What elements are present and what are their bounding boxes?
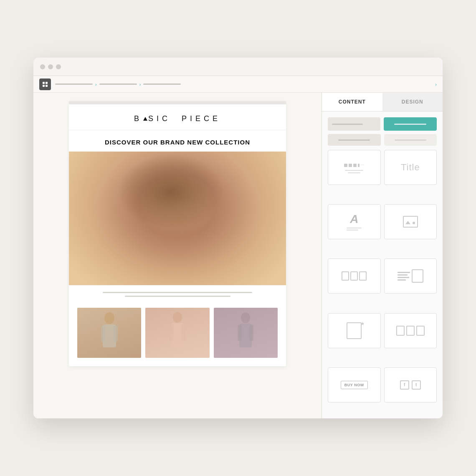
- brand-icon: [143, 117, 147, 121]
- svg-point-8: [173, 312, 182, 323]
- gallery-preview: [342, 271, 367, 281]
- prod-2: [406, 326, 415, 336]
- block-image[interactable]: [384, 204, 437, 239]
- browser-content: BSIC PIECE DISCOVER OUR BRAND NEW COLLEC…: [33, 93, 443, 418]
- text-image-img: [412, 269, 423, 283]
- product-thumb-3: [214, 308, 278, 358]
- email-logo-area: BSIC PIECE: [69, 104, 286, 130]
- prod-1: [396, 326, 405, 336]
- svg-point-4: [104, 312, 114, 324]
- svg-rect-15: [249, 325, 253, 341]
- svg-point-12: [241, 312, 250, 323]
- social-icons-preview: f t: [400, 380, 421, 390]
- svg-rect-14: [238, 325, 242, 341]
- browser-titlebar: [33, 58, 443, 76]
- block-text-image[interactable]: [384, 258, 437, 294]
- image-icon: [403, 216, 418, 228]
- panel-filter-row: [322, 134, 443, 150]
- svg-rect-7: [114, 326, 118, 342]
- text-lines-small: [398, 272, 410, 281]
- text-line-1: [103, 292, 253, 293]
- email-top-bar: [69, 101, 286, 104]
- divider-icon: ···: [344, 162, 365, 173]
- product-thumb-1: [77, 308, 141, 358]
- block-gallery[interactable]: [328, 258, 381, 294]
- email-headline-area: DISCOVER OUR BRAND NEW COLLECTION: [69, 130, 286, 152]
- block-products[interactable]: [384, 313, 437, 348]
- email-products-row: [69, 304, 286, 366]
- featured-img: [347, 322, 362, 339]
- maximize-dot[interactable]: [56, 64, 61, 69]
- toolbar-right-arrow: ›: [435, 82, 437, 87]
- gallery-img-1: [342, 271, 349, 281]
- buy-now-preview: BUY NOW: [341, 381, 368, 389]
- breadcrumb-1: [55, 84, 93, 85]
- svg-rect-6: [101, 326, 105, 342]
- products-icon: [396, 326, 425, 336]
- svg-rect-11: [181, 324, 185, 341]
- svg-rect-0: [43, 82, 45, 84]
- gallery-img-2: [350, 271, 358, 281]
- facebook-icon: f: [400, 380, 409, 390]
- text-line-2: [125, 296, 230, 297]
- product-figure-2: [145, 308, 209, 358]
- brand-name: BSIC PIECE: [81, 114, 273, 123]
- buy-now-icon: BUY NOW: [341, 381, 368, 389]
- social-icon: f t: [400, 380, 421, 390]
- block-social[interactable]: f t: [384, 367, 437, 403]
- block-featured[interactable]: ★: [328, 313, 381, 348]
- block-title[interactable]: Title: [384, 150, 437, 185]
- panel-search-row: [322, 111, 443, 134]
- window-controls: [40, 64, 61, 69]
- title-icon: Title: [401, 162, 420, 173]
- product-thumb-2: [145, 308, 209, 358]
- text-image-icon: [398, 269, 423, 283]
- app-logo[interactable]: [39, 78, 51, 90]
- add-block-button[interactable]: [384, 117, 437, 131]
- title-text-preview: Title: [401, 162, 420, 173]
- filter-line-2: [395, 139, 426, 141]
- nav-arrow-1: ›: [95, 82, 97, 87]
- text-icon: A: [347, 213, 362, 230]
- text-image-preview: [398, 269, 423, 283]
- product-figure-3: [214, 308, 278, 358]
- browser-toolbar: › › ›: [33, 76, 443, 93]
- breadcrumb-nav: › ›: [55, 82, 426, 87]
- svg-rect-3: [46, 85, 48, 87]
- email-hero-image: [69, 152, 286, 285]
- filter-recent[interactable]: [384, 134, 437, 146]
- close-dot[interactable]: [40, 64, 45, 69]
- svg-rect-2: [43, 85, 45, 87]
- product-figure-1: [77, 308, 141, 358]
- search-line: [332, 124, 363, 125]
- star-icon: ★: [360, 321, 365, 327]
- filter-all[interactable]: [328, 134, 381, 146]
- nav-arrow-2: ›: [139, 82, 141, 87]
- block-divider[interactable]: ···: [328, 150, 381, 185]
- svg-rect-1: [46, 82, 48, 84]
- email-headline: DISCOVER OUR BRAND NEW COLLECTION: [81, 139, 273, 146]
- hero-face-overlay: [69, 152, 286, 285]
- panel-tabs: CONTENT DESIGN: [322, 93, 443, 111]
- svg-rect-10: [170, 324, 174, 341]
- add-button-line: [394, 124, 426, 125]
- featured-icon: ★: [347, 322, 362, 339]
- content-panel: CONTENT DESIGN: [322, 93, 443, 418]
- gallery-img-3: [359, 271, 367, 281]
- gallery-icon: [342, 271, 367, 281]
- browser-window: › › › BSIC PIECE: [33, 58, 443, 418]
- search-bar[interactable]: [328, 117, 380, 131]
- products-preview: [396, 326, 425, 336]
- block-buy-now[interactable]: BUY NOW: [328, 367, 381, 403]
- prod-3: [416, 326, 425, 336]
- hero-person-image: [69, 152, 286, 285]
- text-a-preview: A: [350, 213, 358, 225]
- tab-design[interactable]: DESIGN: [382, 93, 443, 111]
- email-preview-panel: BSIC PIECE DISCOVER OUR BRAND NEW COLLEC…: [33, 93, 322, 418]
- email-card: BSIC PIECE DISCOVER OUR BRAND NEW COLLEC…: [69, 101, 286, 366]
- block-text[interactable]: A: [328, 204, 381, 239]
- minimize-dot[interactable]: [48, 64, 53, 69]
- featured-product-preview: ★: [347, 322, 362, 339]
- tab-content[interactable]: CONTENT: [322, 93, 382, 111]
- content-blocks-grid: ··· Title A: [322, 150, 443, 418]
